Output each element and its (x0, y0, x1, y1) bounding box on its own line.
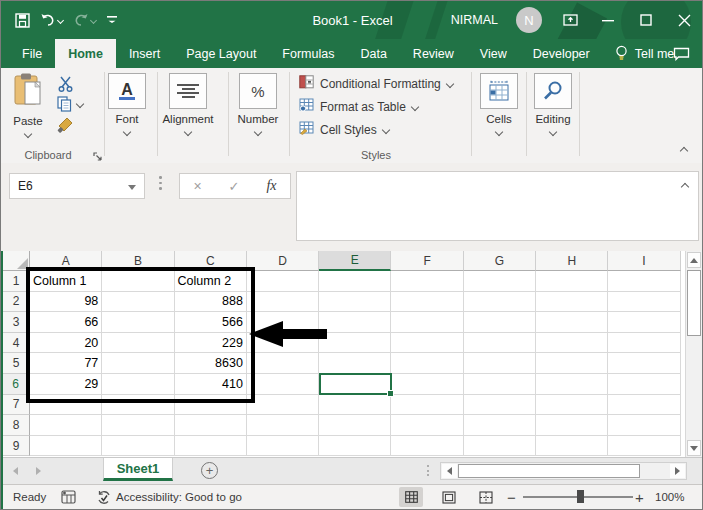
cell-E6[interactable] (319, 374, 391, 395)
cell-I5[interactable] (608, 353, 680, 374)
cell-F7[interactable] (391, 395, 463, 416)
tab-home[interactable]: Home (55, 39, 116, 68)
collapse-ribbon-icon[interactable] (680, 147, 688, 155)
cell-H9[interactable] (536, 436, 608, 457)
name-box[interactable]: E6 (9, 173, 145, 199)
cell-D2[interactable] (247, 292, 319, 313)
cell-C8[interactable] (175, 415, 247, 436)
column-header-D[interactable]: D (247, 251, 319, 271)
cell-B2[interactable] (102, 292, 174, 313)
scroll-up-icon[interactable] (687, 252, 701, 268)
cell-B4[interactable] (102, 333, 174, 354)
column-header-G[interactable]: G (464, 251, 536, 271)
maximize-button[interactable] (636, 10, 656, 30)
cell-styles-button[interactable]: Cell Styles (299, 121, 389, 138)
cell-I7[interactable] (608, 395, 680, 416)
cell-C7[interactable] (175, 395, 247, 416)
vertical-scrollbar[interactable] (685, 251, 702, 457)
row-header-5[interactable]: 5 (3, 353, 30, 374)
tab-data[interactable]: Data (347, 39, 399, 68)
cell-E5[interactable] (319, 353, 391, 374)
horizontal-scrollbar[interactable] (440, 462, 687, 480)
cell-E1[interactable] (319, 271, 391, 292)
column-header-H[interactable]: H (536, 251, 608, 271)
cell-H1[interactable] (536, 271, 608, 292)
cell-F8[interactable] (391, 415, 463, 436)
redo-dropdown-icon[interactable] (90, 16, 97, 23)
cell-I4[interactable] (608, 333, 680, 354)
cell-C5[interactable]: 8630 (175, 353, 247, 374)
cell-G3[interactable] (464, 312, 536, 333)
cell-A7[interactable] (30, 395, 102, 416)
row-header-6[interactable]: 6 (3, 374, 30, 395)
cell-B3[interactable] (102, 312, 174, 333)
normal-view-button[interactable] (399, 487, 423, 507)
cell-D1[interactable] (247, 271, 319, 292)
cell-B5[interactable] (102, 353, 174, 374)
alignment-group-button[interactable]: Alignment (162, 73, 214, 135)
tab-developer[interactable]: Developer (520, 39, 603, 68)
cell-H7[interactable] (536, 395, 608, 416)
cell-D7[interactable] (247, 395, 319, 416)
horizontal-scrollbar-thumb[interactable] (458, 464, 640, 478)
cell-F9[interactable] (391, 436, 463, 457)
page-break-preview-button[interactable] (474, 487, 498, 507)
collapse-formula-bar-icon[interactable] (681, 183, 689, 191)
enter-entry-icon[interactable]: ✓ (229, 179, 240, 194)
formula-bar-input[interactable] (296, 171, 699, 241)
worksheet-grid[interactable]: ABCDEFGHI1Column 1Column 229888836656642… (3, 251, 685, 457)
cell-H5[interactable] (536, 353, 608, 374)
cell-B1[interactable] (102, 271, 174, 292)
customize-qat-icon[interactable] (106, 14, 118, 26)
cell-D4[interactable] (247, 333, 319, 354)
cell-D5[interactable] (247, 353, 319, 374)
insert-function-icon[interactable]: fx (266, 178, 276, 194)
undo-dropdown-icon[interactable] (57, 16, 64, 23)
row-header-4[interactable]: 4 (3, 333, 30, 354)
cell-E9[interactable] (319, 436, 391, 457)
tab-scroll-splitter[interactable] (427, 465, 429, 476)
vertical-scrollbar-thumb[interactable] (687, 270, 701, 336)
cell-A3[interactable]: 66 (30, 312, 102, 333)
row-header-1[interactable]: 1 (3, 271, 30, 292)
paste-dropdown-icon[interactable] (24, 130, 32, 138)
cell-A5[interactable]: 77 (30, 353, 102, 374)
cell-A4[interactable]: 20 (30, 333, 102, 354)
cell-A8[interactable] (30, 415, 102, 436)
cell-C2[interactable]: 888 (175, 292, 247, 313)
cell-D6[interactable] (247, 374, 319, 395)
tab-insert[interactable]: Insert (116, 39, 173, 68)
accessibility-status[interactable]: Accessibility: Good to go (116, 491, 242, 503)
row-header-8[interactable]: 8 (3, 415, 30, 436)
cell-F1[interactable] (391, 271, 463, 292)
font-group-button[interactable]: A Font (105, 73, 149, 135)
tab-file[interactable]: File (9, 39, 55, 68)
accessibility-icon[interactable] (96, 485, 112, 509)
cell-I2[interactable] (608, 292, 680, 313)
tell-me[interactable]: Tell me (615, 39, 675, 68)
cell-I9[interactable] (608, 436, 680, 457)
cell-H3[interactable] (536, 312, 608, 333)
cell-C6[interactable]: 410 (175, 374, 247, 395)
column-header-A[interactable]: A (30, 251, 102, 271)
cell-D8[interactable] (247, 415, 319, 436)
cell-G1[interactable] (464, 271, 536, 292)
select-all-corner[interactable] (3, 251, 30, 271)
cell-F6[interactable] (391, 374, 463, 395)
row-header-3[interactable]: 3 (3, 312, 30, 333)
cell-H2[interactable] (536, 292, 608, 313)
format-as-table-button[interactable]: Format as Table (299, 98, 418, 115)
cell-A1[interactable]: Column 1 (30, 271, 102, 292)
tab-view[interactable]: View (467, 39, 520, 68)
cell-A9[interactable] (30, 436, 102, 457)
next-sheet-icon[interactable] (36, 467, 41, 475)
cell-C3[interactable]: 566 (175, 312, 247, 333)
dropdown-icon[interactable] (381, 125, 389, 133)
number-dropdown-icon[interactable] (254, 128, 262, 136)
zoom-in-button[interactable]: + (635, 485, 644, 509)
cell-G4[interactable] (464, 333, 536, 354)
scroll-right-icon[interactable] (670, 464, 685, 478)
zoom-slider-thumb[interactable] (577, 490, 584, 503)
scroll-down-icon[interactable] (687, 440, 701, 456)
number-group-button[interactable]: % Number (236, 73, 280, 135)
